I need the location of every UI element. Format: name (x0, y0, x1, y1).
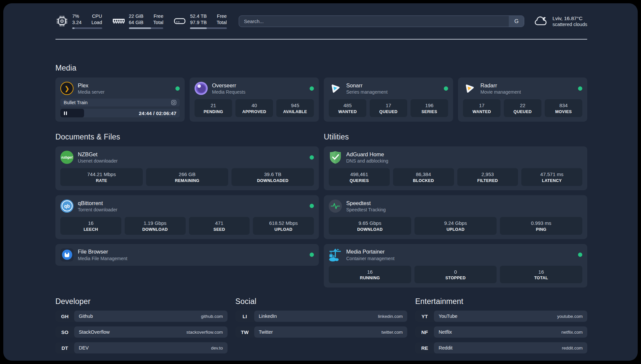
qbittorrent-logo: qb (60, 199, 74, 213)
stat-value: 945 (278, 102, 313, 109)
bookmark-dev[interactable]: DT DEV dev.to (55, 342, 228, 353)
bookmark-github[interactable]: GH Github github.com (55, 311, 228, 322)
app-desc-overseerr: Media Requests (212, 89, 245, 95)
app-card-overseerr[interactable]: Overseerr Media Requests 21 PENDING 40 A… (190, 77, 319, 122)
stat-label: UPLOAD (254, 227, 313, 232)
dashboard-panel: 7% 3.24 CPU Load (3, 3, 638, 361)
memory-free-value: 22 GiB (129, 13, 143, 19)
bookmark-url: github.com (201, 314, 223, 319)
camera-icon (171, 100, 176, 105)
storage-free-label: Free (217, 13, 227, 19)
search-engine-button[interactable]: G (509, 16, 524, 27)
stat-label: QUEUED (505, 109, 540, 114)
system-stats: 7% 3.24 CPU Load (55, 13, 227, 29)
memory-total-value: 64 GiB (129, 19, 143, 26)
stat-label: LATENCY (523, 178, 581, 183)
cpu-stat: 7% 3.24 CPU Load (55, 13, 102, 29)
section-title-media: Media (55, 63, 587, 73)
bookmark-abbr: GH (55, 311, 74, 322)
status-online-dot (310, 253, 314, 257)
overseerr-logo (195, 82, 208, 95)
speedtest-logo (329, 199, 342, 213)
app-card-adguard[interactable]: AdGuard Home DNS and adblocking 498,461 … (324, 146, 587, 190)
stat-label: TOTAL (501, 276, 581, 280)
stat-tile: 744.21 Mbps RATE (60, 168, 143, 186)
app-card-plex[interactable]: ❯ Plex Media server Bullet Train (55, 77, 185, 122)
stat-value: 0 (416, 268, 496, 276)
storage-free-value: 52.4 TB (190, 13, 207, 19)
status-online-dot (310, 204, 314, 208)
status-online-dot (578, 253, 582, 257)
stat-label: PENDING (196, 109, 231, 114)
sonarr-logo (329, 82, 342, 95)
app-name-portainer: Media Portainer (346, 248, 394, 255)
pause-icon[interactable] (64, 111, 67, 115)
bookmark-reddit[interactable]: RE Reddit reddit.com (415, 342, 587, 353)
app-name-nzbget: NZBGet (78, 151, 118, 158)
stat-tile: 86,384 BLOCKED (393, 168, 454, 186)
playback-progress-bar[interactable]: 24:44 / 02:06:47 (60, 109, 180, 117)
stat-value: 498,461 (330, 171, 388, 178)
app-card-nzbget[interactable]: nzbget NZBGet Usenet downloader 744.21 M… (55, 146, 319, 190)
stat-tile: 2,953 FILTERED (457, 168, 518, 186)
bookmark-name: LinkedIn (259, 314, 277, 319)
stat-label: QUERIES (330, 178, 388, 183)
stat-tile: 16 LEECH (60, 217, 121, 235)
bookmark-abbr: DT (55, 342, 74, 353)
stat-value: 744.21 Mbps (62, 171, 141, 178)
app-card-filebrowser[interactable]: File Browser Media File Management (55, 244, 319, 266)
bookmark-twitter[interactable]: TW Twitter twitter.com (235, 326, 408, 338)
app-card-sonarr[interactable]: Sonarr Series management 485 WANTED 17 Q… (324, 77, 453, 122)
cpu-load-value: 3.24 (72, 19, 81, 26)
radarr-logo (463, 82, 476, 95)
stat-tile: 196 SERIES (411, 99, 448, 117)
cpu-progress-track (72, 27, 102, 29)
bookmark-url: twitter.com (382, 330, 403, 335)
bookmark-linkedin[interactable]: LI LinkedIn linkedin.com (235, 311, 408, 322)
disk-icon (173, 15, 186, 28)
portainer-logo (329, 248, 342, 261)
now-playing-row: Bullet Train (60, 99, 180, 106)
stat-label: APPROVED (237, 109, 272, 114)
bookmark-abbr: RE (415, 342, 434, 353)
status-online-dot (444, 86, 448, 91)
status-online-dot (310, 86, 314, 91)
stat-tile: 17 QUEUED (370, 99, 407, 117)
ram-icon (112, 15, 125, 28)
bookmark-name: YouTube (439, 314, 457, 319)
stat-tile: 47.571 ms LATENCY (521, 168, 582, 186)
stat-value: 17 (371, 102, 406, 109)
search-input[interactable] (239, 16, 509, 27)
stat-tile: 22 QUEUED (504, 99, 541, 117)
app-card-speedtest[interactable]: Speedtest Speedtest Tracking 9.65 Gbps D… (324, 195, 587, 239)
bookmark-netflix[interactable]: NF Netflix netflix.com (415, 326, 587, 338)
bookmark-stackoverflow[interactable]: SO StackOverflow stackoverflow.com (55, 326, 228, 338)
cloud-icon (534, 15, 548, 27)
stat-label: DOWNLOADED (233, 178, 313, 183)
bookmark-abbr: SO (55, 326, 74, 338)
status-online-dot (310, 155, 314, 160)
app-card-qbittorrent[interactable]: qb qBittorrent Torrent downloader 16 LEE… (55, 195, 319, 239)
weather-location-temp: Lviv, 16.87°C (552, 15, 587, 21)
app-desc-sonarr: Series management (346, 89, 387, 95)
stat-value: 1.19 Gbps (126, 220, 184, 227)
weather-widget: Lviv, 16.87°C scattered clouds (534, 15, 587, 27)
app-card-portainer[interactable]: Media Portainer Container management 16 … (324, 244, 587, 288)
stat-label: RUNNING (330, 276, 410, 280)
section-title-entertainment: Entertainment (415, 297, 587, 306)
stat-value: 9.24 Gbps (416, 220, 496, 227)
bookmark-url: reddit.com (562, 346, 583, 350)
section-title-social: Social (235, 297, 408, 306)
app-card-radarr[interactable]: Radarr Movie management 17 WANTED 22 QUE… (458, 77, 587, 122)
weather-condition: scattered clouds (552, 22, 587, 27)
app-desc-radarr: Movie management (480, 89, 521, 95)
bookmark-youtube[interactable]: YT YouTube youtube.com (415, 311, 587, 322)
storage-stat: 52.4 TB 97.9 TB Free Total (173, 13, 227, 29)
playback-time: 24:44 / 02:06:47 (139, 110, 180, 116)
bookmark-name: StackOverflow (79, 329, 109, 335)
app-desc-nzbget: Usenet downloader (78, 158, 118, 164)
stat-tile: 0 STOPPED (414, 266, 497, 284)
app-name-plex: Plex (78, 82, 105, 89)
stat-value: 0.993 ms (501, 220, 581, 227)
app-desc-speedtest: Speedtest Tracking (346, 207, 386, 212)
